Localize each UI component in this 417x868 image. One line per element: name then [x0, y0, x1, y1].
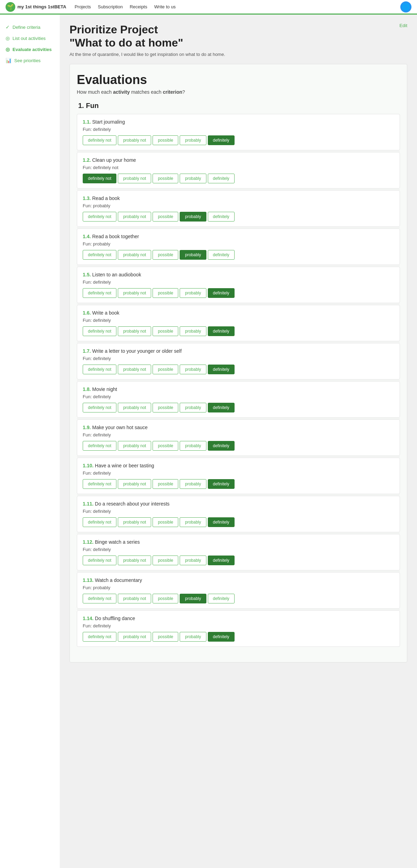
- rating-btn-probably-not[interactable]: probably not: [118, 479, 151, 489]
- rating-btn-probably-not[interactable]: probably not: [118, 250, 151, 260]
- rating-btn-probably[interactable]: probably: [180, 441, 206, 451]
- rating-btn-definitely[interactable]: definitely: [208, 250, 235, 260]
- activity-number: 1.3.: [83, 195, 91, 201]
- sidebar-item-evaluate-activities[interactable]: ◎ Evaluate activities: [0, 44, 60, 55]
- activity-label: Fun: probably: [83, 241, 394, 247]
- rating-btn-possible[interactable]: possible: [153, 288, 178, 298]
- rating-btn-probably-not[interactable]: probably not: [118, 174, 151, 183]
- activity-label: Fun: definitely: [83, 432, 394, 437]
- rating-btn-definitely-not[interactable]: definitely not: [83, 517, 116, 527]
- rating-btn-definitely[interactable]: definitely: [208, 174, 235, 183]
- rating-btn-possible[interactable]: possible: [153, 441, 178, 451]
- rating-btn-probably[interactable]: probably: [180, 365, 206, 374]
- activity-name: Make your own hot sauce: [92, 425, 148, 430]
- rating-btn-possible[interactable]: possible: [153, 556, 178, 565]
- rating-btn-definitely-not[interactable]: definitely not: [83, 365, 116, 374]
- rating-btn-possible[interactable]: possible: [153, 326, 178, 336]
- rating-btn-definitely-not[interactable]: definitely not: [83, 288, 116, 298]
- nav-links: Projects Subscription Receipts Write to …: [75, 4, 176, 9]
- rating-buttons: definitely notprobably notpossibleprobab…: [83, 556, 394, 565]
- rating-btn-definitely-not[interactable]: definitely not: [83, 326, 116, 336]
- rating-btn-probably[interactable]: probably: [180, 288, 206, 298]
- rating-btn-definitely[interactable]: definitely: [208, 517, 235, 527]
- rating-btn-possible[interactable]: possible: [153, 135, 178, 145]
- rating-btn-definitely-not[interactable]: definitely not: [83, 250, 116, 260]
- rating-btn-definitely-not[interactable]: definitely not: [83, 403, 116, 412]
- rating-btn-possible[interactable]: possible: [153, 212, 178, 222]
- rating-btn-definitely[interactable]: definitely: [208, 441, 235, 451]
- rating-btn-definitely[interactable]: definitely: [208, 288, 235, 298]
- rating-btn-definitely-not[interactable]: definitely not: [83, 632, 116, 642]
- rating-btn-definitely-not[interactable]: definitely not: [83, 441, 116, 451]
- rating-btn-possible[interactable]: possible: [153, 517, 178, 527]
- activity-label: Fun: definitely: [83, 623, 394, 628]
- rating-buttons: definitely notprobably notpossibleprobab…: [83, 441, 394, 451]
- rating-btn-possible[interactable]: possible: [153, 479, 178, 489]
- rating-btn-probably-not[interactable]: probably not: [118, 403, 151, 412]
- rating-btn-probably-not[interactable]: probably not: [118, 135, 151, 145]
- sidebar-item-list-activities[interactable]: ◎ List out activities: [0, 33, 60, 44]
- edit-link[interactable]: Edit: [400, 23, 407, 28]
- rating-btn-probably-not[interactable]: probably not: [118, 517, 151, 527]
- rating-btn-possible[interactable]: possible: [153, 250, 178, 260]
- rating-btn-possible[interactable]: possible: [153, 632, 178, 642]
- rating-btn-possible[interactable]: possible: [153, 403, 178, 412]
- activity-label: Fun: definitely: [83, 394, 394, 399]
- rating-btn-possible[interactable]: possible: [153, 594, 178, 603]
- rating-btn-probably-not[interactable]: probably not: [118, 441, 151, 451]
- rating-btn-probably-not[interactable]: probably not: [118, 632, 151, 642]
- rating-btn-probably-not[interactable]: probably not: [118, 212, 151, 222]
- rating-btn-probably[interactable]: probably: [180, 250, 206, 260]
- rating-btn-probably-not[interactable]: probably not: [118, 288, 151, 298]
- activity-card-1.5: 1.5. Listen to an audiobookFun: definite…: [77, 267, 400, 303]
- criterion-fun: 1. Fun 1.1. Start journalingFun: definit…: [77, 102, 400, 647]
- rating-buttons: definitely notprobably notpossibleprobab…: [83, 288, 394, 298]
- sidebar-item-define-criteria[interactable]: ✓ Define criteria: [0, 22, 60, 33]
- rating-btn-probably[interactable]: probably: [180, 135, 206, 145]
- activity-name: Movie night: [92, 386, 117, 392]
- rating-btn-definitely-not[interactable]: definitely not: [83, 479, 116, 489]
- rating-btn-definitely[interactable]: definitely: [208, 365, 235, 374]
- rating-btn-probably-not[interactable]: probably not: [118, 326, 151, 336]
- rating-btn-definitely[interactable]: definitely: [208, 403, 235, 412]
- nav-subscription[interactable]: Subscription: [98, 4, 123, 9]
- rating-btn-probably-not[interactable]: probably not: [118, 556, 151, 565]
- nav-receipts[interactable]: Receipts: [130, 4, 147, 9]
- logo[interactable]: 🌱 my 1st things 1stBETA: [6, 2, 66, 12]
- activity-name: Write a book: [92, 310, 119, 316]
- rating-btn-definitely-not[interactable]: definitely not: [83, 135, 116, 145]
- rating-btn-definitely-not[interactable]: definitely not: [83, 174, 116, 183]
- rating-btn-definitely[interactable]: definitely: [208, 212, 235, 222]
- sidebar-item-see-priorities[interactable]: 📊 See priorities: [0, 55, 60, 66]
- rating-btn-definitely-not[interactable]: definitely not: [83, 212, 116, 222]
- rating-btn-probably[interactable]: probably: [180, 556, 206, 565]
- nav-projects[interactable]: Projects: [75, 4, 91, 9]
- nav-write-to-us[interactable]: Write to us: [154, 4, 176, 9]
- rating-btn-probably[interactable]: probably: [180, 403, 206, 412]
- rating-btn-definitely-not[interactable]: definitely not: [83, 556, 116, 565]
- rating-btn-probably-not[interactable]: probably not: [118, 365, 151, 374]
- rating-btn-probably[interactable]: probably: [180, 326, 206, 336]
- user-avatar[interactable]: 🌐: [400, 1, 411, 12]
- rating-btn-possible[interactable]: possible: [153, 365, 178, 374]
- rating-btn-probably[interactable]: probably: [180, 479, 206, 489]
- rating-btn-definitely[interactable]: definitely: [208, 479, 235, 489]
- rating-btn-probably[interactable]: probably: [180, 632, 206, 642]
- rating-btn-definitely-not[interactable]: definitely not: [83, 594, 116, 603]
- rating-btn-definitely[interactable]: definitely: [208, 135, 235, 145]
- rating-btn-probably[interactable]: probably: [180, 174, 206, 183]
- activity-name: Watch a documentary: [95, 577, 142, 583]
- rating-buttons: definitely notprobably notpossibleprobab…: [83, 365, 394, 374]
- activity-name: Start journaling: [92, 119, 125, 125]
- rating-btn-definitely[interactable]: definitely: [208, 594, 235, 603]
- rating-btn-probably-not[interactable]: probably not: [118, 594, 151, 603]
- rating-btn-definitely[interactable]: definitely: [208, 632, 235, 642]
- rating-btn-definitely[interactable]: definitely: [208, 326, 235, 336]
- rating-btn-possible[interactable]: possible: [153, 174, 178, 183]
- rating-btn-probably[interactable]: probably: [180, 594, 206, 603]
- rating-btn-definitely[interactable]: definitely: [208, 556, 235, 565]
- activity-card-1.6: 1.6. Write a bookFun: definitelydefinite…: [77, 305, 400, 341]
- activity-number: 1.12.: [83, 539, 93, 545]
- rating-btn-probably[interactable]: probably: [180, 212, 206, 222]
- rating-btn-probably[interactable]: probably: [180, 517, 206, 527]
